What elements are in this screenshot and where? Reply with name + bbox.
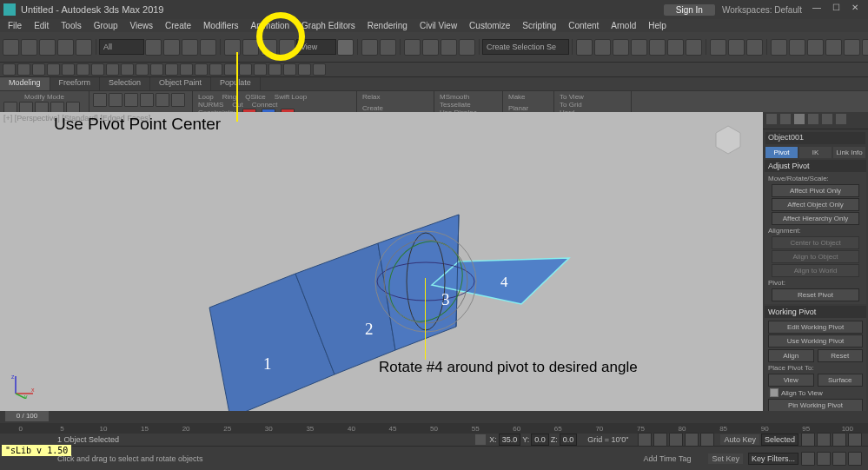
ik-tab[interactable]: IK: [799, 147, 832, 158]
set-key-button[interactable]: Set Key: [708, 453, 743, 464]
ms6[interactable]: [171, 93, 185, 107]
time-slider[interactable]: 0 / 100: [5, 411, 49, 421]
create-label[interactable]: Create: [361, 104, 430, 112]
object-name-field[interactable]: Object001: [765, 132, 865, 144]
extra5[interactable]: [844, 39, 860, 56]
nav-pan-button[interactable]: [801, 433, 815, 447]
swiftloop-label[interactable]: Swift Loop: [273, 93, 308, 101]
ribbon-tab-modeling[interactable]: Modeling: [0, 77, 50, 90]
menu-arnold[interactable]: Arnold: [605, 21, 642, 30]
link-button[interactable]: [39, 39, 56, 56]
named-selection-set[interactable]: Create Selection Se: [482, 39, 569, 55]
viewcube[interactable]: [711, 122, 745, 157]
menu-customize[interactable]: Customize: [463, 21, 516, 30]
ms5[interactable]: [156, 93, 169, 107]
mirror-button[interactable]: [576, 39, 593, 56]
play-prev-button[interactable]: [653, 433, 667, 447]
play-next-button[interactable]: [685, 433, 699, 447]
sec16[interactable]: [224, 63, 237, 76]
affect-pivot-only-button[interactable]: Affect Pivot Only: [772, 184, 859, 197]
coord-z-field[interactable]: 0.0: [560, 434, 578, 446]
ms2[interactable]: [109, 93, 123, 107]
extra2[interactable]: [789, 39, 805, 56]
surface-button[interactable]: Surface: [818, 374, 864, 387]
tessellate-label[interactable]: Tessellate: [438, 101, 499, 109]
lock-icon[interactable]: [475, 434, 486, 445]
angle-snap-button[interactable]: [422, 39, 439, 56]
snap-button[interactable]: [404, 39, 421, 56]
keyboard-shortcut-button[interactable]: [380, 39, 396, 56]
ribbon-tab-selection[interactable]: Selection: [100, 77, 150, 90]
layer-button[interactable]: [613, 39, 629, 56]
redo-button[interactable]: [21, 39, 37, 56]
loop-label[interactable]: Loop: [196, 93, 215, 101]
toview-label[interactable]: To View: [558, 93, 627, 101]
extra4[interactable]: [825, 39, 842, 56]
nav2-2[interactable]: [817, 452, 831, 466]
create-panel-icon[interactable]: [766, 114, 777, 124]
msmooth-label[interactable]: MSmooth: [438, 93, 499, 101]
timeline[interactable]: 0 5 10 15 20 25 30 35 40 45 50 55 60 65 …: [0, 423, 868, 434]
nav-orbit-button[interactable]: [832, 433, 846, 447]
use-working-pivot-button[interactable]: Use Working Pivot: [768, 334, 863, 348]
sign-in-button[interactable]: Sign In: [664, 4, 715, 16]
undo-button[interactable]: [3, 39, 19, 56]
ms1[interactable]: [93, 93, 107, 107]
menu-create[interactable]: Create: [159, 21, 197, 30]
affect-object-only-button[interactable]: Affect Object Only: [772, 198, 859, 211]
sec1[interactable]: [3, 63, 16, 76]
working-pivot-rollout[interactable]: Working Pivot: [765, 306, 866, 318]
togrid-label[interactable]: To Grid: [558, 101, 627, 109]
make-planar-label[interactable]: Make: [507, 93, 550, 101]
percent-snap-button[interactable]: [441, 39, 457, 56]
sec15[interactable]: [209, 63, 222, 76]
key-filter-selected[interactable]: Selected: [761, 434, 798, 446]
minimize-button[interactable]: —: [807, 3, 826, 17]
affect-hierarchy-only-button[interactable]: Affect Hierarchy Only: [772, 212, 859, 225]
scale-button[interactable]: [261, 39, 277, 56]
connect-label[interactable]: Connect: [250, 101, 280, 109]
window-crossing-button[interactable]: [200, 39, 216, 56]
extra1[interactable]: [771, 39, 787, 56]
close-button[interactable]: ✕: [845, 3, 865, 17]
move-button[interactable]: [224, 39, 241, 56]
manipulate-button[interactable]: [361, 39, 378, 56]
menu-civil-view[interactable]: Civil View: [414, 21, 463, 30]
view-button[interactable]: View: [768, 374, 814, 387]
menu-group[interactable]: Group: [88, 21, 124, 30]
selection-filter[interactable]: All: [99, 39, 144, 55]
align-button[interactable]: [594, 39, 611, 56]
hierarchy-panel-icon[interactable]: [794, 114, 805, 124]
qslice-label[interactable]: QSlice: [243, 93, 268, 101]
add-time-tag-button[interactable]: Add Time Tag: [644, 454, 692, 463]
sec5[interactable]: [62, 63, 75, 76]
key-filters-button[interactable]: Key Filters...: [748, 453, 798, 465]
menu-graph-editors[interactable]: Graph Editors: [295, 21, 361, 30]
reset-pivot-button[interactable]: Reset Pivot: [772, 288, 859, 301]
nav2-1[interactable]: [801, 452, 815, 466]
coord-x-field[interactable]: 35.0: [499, 434, 521, 446]
menu-content[interactable]: Content: [562, 21, 605, 30]
schematic-button[interactable]: [667, 39, 684, 56]
auto-key-button[interactable]: Auto Key: [720, 434, 759, 445]
ribbon-tab-freeform[interactable]: Freeform: [50, 77, 101, 90]
nav-zoom-button[interactable]: [817, 433, 831, 447]
menu-scripting[interactable]: Scripting: [516, 21, 562, 30]
ms4[interactable]: [140, 93, 154, 107]
menu-views[interactable]: Views: [124, 21, 160, 30]
edit-working-pivot-button[interactable]: Edit Working Pivot: [768, 321, 863, 334]
menu-help[interactable]: Help: [642, 21, 673, 30]
adjust-pivot-rollout[interactable]: Adjust Pivot: [765, 160, 866, 172]
menu-tools[interactable]: Tools: [55, 21, 87, 30]
ref-coord-system[interactable]: View: [296, 39, 336, 55]
menu-edit[interactable]: Edit: [28, 21, 55, 30]
pivot-tab[interactable]: Pivot: [765, 147, 798, 158]
pivot-point-center-button[interactable]: [337, 39, 354, 56]
menu-file[interactable]: File: [2, 21, 28, 30]
menu-animation[interactable]: Animation: [245, 21, 295, 30]
place-button[interactable]: [279, 39, 295, 56]
select-name-button[interactable]: [163, 39, 180, 56]
sec11[interactable]: [150, 63, 163, 76]
sec6[interactable]: [76, 63, 89, 76]
render-setup-button[interactable]: [710, 39, 726, 56]
